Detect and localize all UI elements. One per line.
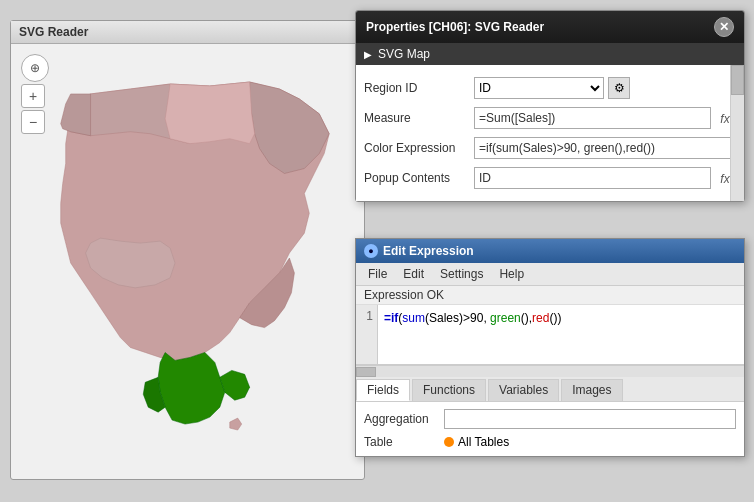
red-parens: ()) bbox=[549, 311, 561, 325]
aggregation-input[interactable] bbox=[444, 409, 736, 429]
aggregation-row: Aggregation bbox=[356, 406, 744, 432]
close-button[interactable]: ✕ bbox=[714, 17, 734, 37]
tab-fields[interactable]: Fields bbox=[356, 379, 410, 401]
edit-expression-menubar: File Edit Settings Help bbox=[356, 263, 744, 286]
sales-parens: (Sales) bbox=[425, 311, 463, 325]
section-arrow-icon: ▶ bbox=[364, 49, 372, 60]
menu-edit[interactable]: Edit bbox=[395, 265, 432, 283]
edit-expression-titlebar: ● Edit Expression bbox=[356, 239, 744, 263]
tab-images[interactable]: Images bbox=[561, 379, 622, 401]
menu-settings[interactable]: Settings bbox=[432, 265, 491, 283]
properties-dialog: Properties [CH06]: SVG Reader ✕ ▶ SVG Ma… bbox=[355, 10, 745, 202]
measure-input[interactable] bbox=[474, 107, 711, 129]
gear-button[interactable]: ⚙ bbox=[608, 77, 630, 99]
zoom-in-button[interactable]: + bbox=[21, 84, 45, 108]
orange-dot-icon bbox=[444, 437, 454, 447]
scrollbar-thumb-horizontal[interactable] bbox=[356, 367, 376, 377]
if-keyword: =if bbox=[384, 311, 398, 325]
expression-tabs: Fields Functions Variables Images bbox=[356, 377, 744, 402]
svg-reader-window: SVG Reader bbox=[10, 20, 365, 480]
properties-body: Region ID ID ⚙ Measure fx bbox=[356, 65, 744, 201]
popup-contents-input[interactable] bbox=[474, 167, 711, 189]
popup-contents-value: fx bbox=[474, 167, 735, 189]
section-title: SVG Map bbox=[378, 47, 430, 61]
table-label: Table bbox=[364, 435, 444, 449]
aggregation-label: Aggregation bbox=[364, 412, 444, 426]
measure-label: Measure bbox=[364, 111, 474, 125]
tab-functions-label: Functions bbox=[423, 383, 475, 397]
region-id-value: ID ⚙ bbox=[474, 77, 735, 99]
tab-images-label: Images bbox=[572, 383, 611, 397]
color-expression-input[interactable]: =if(sum(Sales)>90, green(),red()) bbox=[474, 137, 735, 159]
expression-code[interactable]: =if(sum(Sales)>90, green(),red()) bbox=[378, 305, 744, 364]
tab-fields-label: Fields bbox=[367, 383, 399, 397]
measure-row: Measure fx bbox=[356, 103, 743, 133]
region-id-select[interactable]: ID bbox=[474, 77, 604, 99]
menu-help[interactable]: Help bbox=[491, 265, 532, 283]
compass-button[interactable]: ⊕ bbox=[21, 54, 49, 82]
measure-value: fx bbox=[474, 107, 735, 129]
properties-titlebar: Properties [CH06]: SVG Reader ✕ bbox=[356, 11, 744, 43]
green-keyword: green bbox=[490, 311, 521, 325]
nav-controls: ⊕ + − bbox=[21, 54, 49, 134]
expression-status-text: Expression OK bbox=[364, 288, 444, 302]
tab-variables-label: Variables bbox=[499, 383, 548, 397]
color-expression-value: =if(sum(Sales)>90, green(),red()) bbox=[474, 137, 735, 159]
menu-file[interactable]: File bbox=[360, 265, 395, 283]
popup-contents-row: Popup Contents fx bbox=[356, 163, 743, 193]
gear-icon: ⚙ bbox=[614, 81, 625, 95]
edit-expression-icon: ● bbox=[364, 244, 378, 258]
red-keyword: red bbox=[532, 311, 549, 325]
region-id-row: Region ID ID ⚙ bbox=[356, 73, 743, 103]
edit-expression-dialog: ● Edit Expression File Edit Settings Hel… bbox=[355, 238, 745, 457]
properties-fields: Region ID ID ⚙ Measure fx bbox=[356, 65, 744, 201]
expression-scrollbar-horizontal[interactable] bbox=[356, 365, 744, 377]
line-number-1: 1 bbox=[366, 309, 373, 323]
color-expr-text: =if(sum(Sales)>90, green(),red()) bbox=[479, 141, 655, 155]
region-id-label: Region ID bbox=[364, 81, 474, 95]
expression-editor: 1 =if(sum(Sales)>90, green(),red()) bbox=[356, 305, 744, 365]
zoom-out-button[interactable]: − bbox=[21, 110, 45, 134]
tab-variables[interactable]: Variables bbox=[488, 379, 559, 401]
table-value-text: All Tables bbox=[458, 435, 509, 449]
gt-ninety: >90, bbox=[463, 311, 490, 325]
color-expression-row: Color Expression =if(sum(Sales)>90, gree… bbox=[356, 133, 743, 163]
china-map bbox=[11, 44, 364, 478]
fields-panel: Aggregation Table All Tables bbox=[356, 402, 744, 456]
close-icon: ✕ bbox=[719, 20, 729, 34]
edit-expression-title: Edit Expression bbox=[383, 244, 474, 258]
svg-reader-content: ⊕ + − bbox=[11, 44, 364, 478]
sum-keyword: sum bbox=[402, 311, 425, 325]
scrollbar-thumb[interactable] bbox=[731, 65, 744, 95]
expression-status: Expression OK bbox=[356, 286, 744, 305]
table-value: All Tables bbox=[444, 435, 509, 449]
tab-functions[interactable]: Functions bbox=[412, 379, 486, 401]
color-expression-label: Color Expression bbox=[364, 141, 474, 155]
popup-contents-label: Popup Contents bbox=[364, 171, 474, 185]
table-row: Table All Tables bbox=[356, 432, 744, 452]
properties-scrollbar[interactable] bbox=[730, 65, 744, 201]
svg-reader-title: SVG Reader bbox=[19, 25, 88, 39]
svg-reader-titlebar: SVG Reader bbox=[11, 21, 364, 44]
green-parens: (), bbox=[521, 311, 532, 325]
properties-title: Properties [CH06]: SVG Reader bbox=[366, 20, 544, 34]
section-header: ▶ SVG Map bbox=[356, 43, 744, 65]
line-numbers: 1 bbox=[356, 305, 378, 364]
